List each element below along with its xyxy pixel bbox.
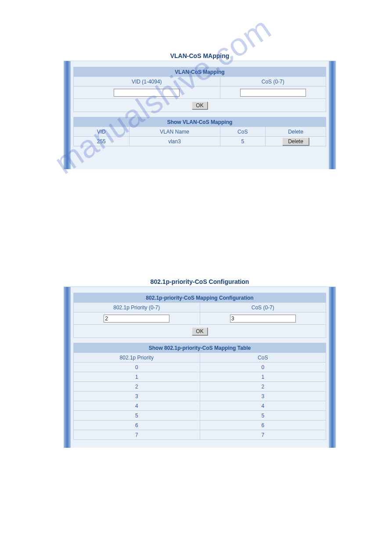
ok-cell: OK <box>74 325 326 338</box>
col-cos-label: CoS (0-7) <box>200 303 326 312</box>
col-priority: 802.1p Priority <box>74 353 200 363</box>
cos-input[interactable] <box>230 315 296 323</box>
cell-vid: 255 <box>74 137 129 146</box>
priority-input-cell <box>74 312 200 325</box>
vlan-cos-mapping-table: VLAN-CoS Mapping VID (1-4094) CoS (0-7) … <box>73 67 326 146</box>
table-row: 5 5 <box>74 411 326 421</box>
table-row: 2 2 <box>74 382 326 392</box>
delete-button[interactable]: Delete <box>282 138 309 145</box>
cell-priority: 1 <box>74 372 200 382</box>
panel-body: VLAN-CoS Mapping VID (1-4094) CoS (0-7) … <box>73 67 326 146</box>
cell-cos: 2 <box>200 382 326 392</box>
cell-cos: 5 <box>220 137 266 146</box>
cell-vlan-name: vlan3 <box>129 137 220 146</box>
vlan-cos-mapping-panel: VLAN-CoS MApping VLAN-CoS Mapping VID (1… <box>64 51 336 169</box>
cell-priority: 0 <box>74 363 200 372</box>
panel-side-right <box>329 287 336 448</box>
table-row: 7 7 <box>74 430 326 440</box>
panel-side-right <box>329 61 336 169</box>
cell-priority: 2 <box>74 382 200 392</box>
panel-body: 802.1p-priority-CoS Mapping Configuratio… <box>73 293 326 440</box>
cos-input[interactable] <box>240 89 306 97</box>
cell-cos: 3 <box>200 392 326 401</box>
cell-cos: 0 <box>200 363 326 372</box>
cell-cos: 5 <box>200 411 326 421</box>
col-vid: VID <box>74 127 129 137</box>
vid-input-cell <box>74 87 220 99</box>
cell-cos: 1 <box>200 372 326 382</box>
section-header: Show VLAN-CoS Mapping <box>74 117 326 127</box>
col-vlan-name: VLAN Name <box>129 127 220 137</box>
table-row: 1 1 <box>74 372 326 382</box>
panel-title: VLAN-CoS MApping <box>64 51 336 61</box>
cell-cos: 4 <box>200 401 326 411</box>
cos-input-cell <box>220 87 326 99</box>
panel-title: 802.1p-priority-CoS Configuration <box>64 276 336 287</box>
spacer <box>74 338 326 343</box>
ok-button[interactable]: OK <box>192 102 207 109</box>
ok-cell: OK <box>74 99 326 112</box>
table-row: 255 vlan3 5 Delete <box>74 137 326 146</box>
cell-delete: Delete <box>266 137 326 146</box>
cell-priority: 5 <box>74 411 200 421</box>
cell-cos: 7 <box>200 430 326 440</box>
col-delete: Delete <box>266 127 326 137</box>
vid-input[interactable] <box>114 89 180 97</box>
8021p-mapping-config-table: 802.1p-priority-CoS Mapping Configuratio… <box>73 293 326 440</box>
cell-priority: 4 <box>74 401 200 411</box>
8021p-cos-config-panel: 802.1p-priority-CoS Configuration 802.1p… <box>64 276 336 448</box>
col-cos-label: CoS (0-7) <box>220 77 326 87</box>
cell-cos: 6 <box>200 421 326 430</box>
section-header: Show 802.1p-priority-CoS Mapping Table <box>74 343 326 353</box>
table-row: 6 6 <box>74 421 326 430</box>
panel-side-left <box>64 287 71 448</box>
col-priority-label: 802.1p Priority (0-7) <box>74 303 200 312</box>
table-row: 0 0 <box>74 363 326 372</box>
cell-priority: 7 <box>74 430 200 440</box>
table-row: 4 4 <box>74 401 326 411</box>
section-header: 802.1p-priority-CoS Mapping Configuratio… <box>74 293 326 303</box>
col-cos: CoS <box>200 353 326 363</box>
section-header: VLAN-CoS Mapping <box>74 67 326 77</box>
cell-priority: 3 <box>74 392 200 401</box>
priority-input[interactable] <box>104 315 169 323</box>
ok-button[interactable]: OK <box>192 327 207 335</box>
col-cos: CoS <box>220 127 266 137</box>
cos-input-cell <box>200 312 326 325</box>
cell-priority: 6 <box>74 421 200 430</box>
table-row: 3 3 <box>74 392 326 401</box>
panel-side-left <box>64 61 71 169</box>
spacer <box>74 112 326 117</box>
col-vid-label: VID (1-4094) <box>74 77 220 87</box>
